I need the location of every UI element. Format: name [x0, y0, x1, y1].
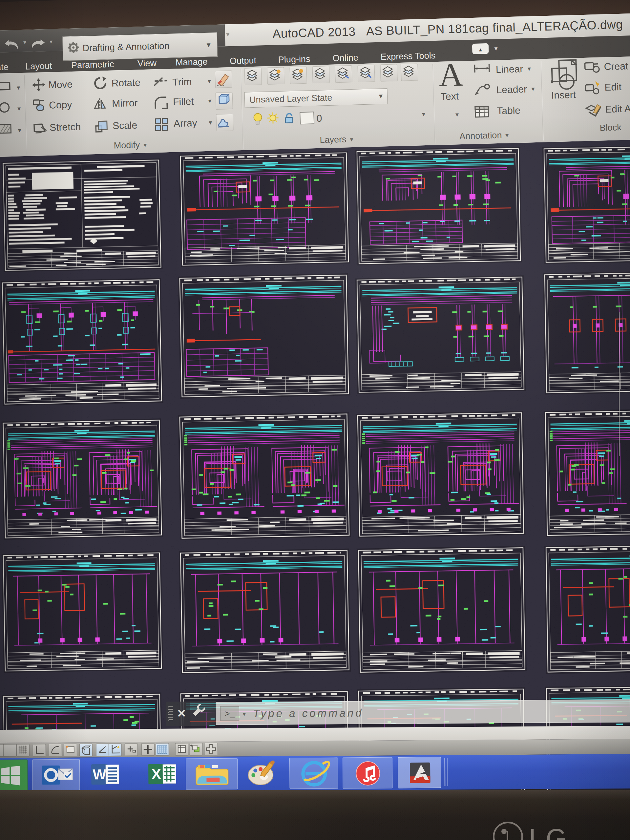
svg-text:W: W — [93, 766, 106, 782]
svg-text:X: X — [151, 766, 161, 782]
